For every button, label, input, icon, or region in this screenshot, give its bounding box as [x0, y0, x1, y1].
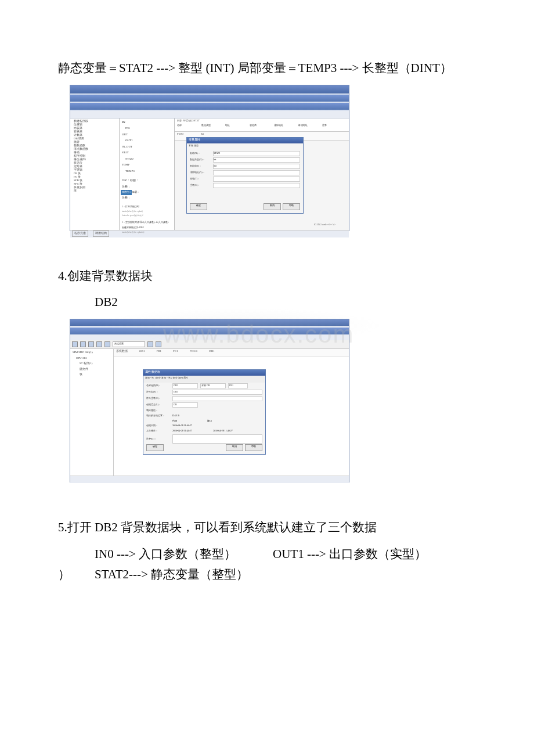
project-tree[interactable]: SIMATIC 300(1) CPU 313 S7 程序(1) 源文件 块: [70, 349, 114, 476]
variable-properties-dialog: 变量属性 常规 信息 名称(N)：STAT2 数据类型(D)：Int 初始值(I…: [186, 137, 304, 214]
window-titlebar: [70, 85, 349, 93]
excl-field[interactable]: [213, 170, 300, 175]
dialog-tabs[interactable]: 常规 - 第 1 部分 常规 - 第 2 部分 调用 属性: [143, 376, 265, 383]
dialog-title: 属性 数据块: [143, 370, 265, 376]
name-field[interactable]: DB2: [172, 383, 198, 388]
tab-callstruct[interactable]: 调用结构: [93, 231, 109, 237]
filter-icon[interactable]: [147, 341, 153, 347]
dbtype-field[interactable]: 背景 DB: [200, 383, 226, 388]
code-fragment: 67.JPG border=0></a>: [314, 223, 335, 227]
filter-dropdown[interactable]: 无过滤器: [113, 341, 145, 347]
block-icons[interactable]: 系统数据 OB1 FB1 FC1 FC100 DB1: [114, 349, 349, 357]
block-fc1[interactable]: FC1: [173, 349, 178, 356]
block-ob1[interactable]: OB1: [139, 349, 145, 356]
help-button[interactable]: 帮助: [245, 444, 262, 451]
tab-elements[interactable]: 程序元素: [72, 231, 88, 237]
cut-icon[interactable]: [88, 341, 94, 347]
block-db1[interactable]: DB1: [209, 349, 214, 356]
cancel-button[interactable]: 取消: [264, 203, 281, 210]
status-bar: [70, 476, 349, 483]
interface-tree[interactable]: IN IN0 OUT OUT1 IN_OUT STAT STAT2 TEMP T…: [120, 118, 175, 230]
heading-4: 4.创建背景数据块: [58, 266, 476, 287]
symcom-field[interactable]: [172, 396, 262, 401]
element-tree[interactable]: 新建程序段 位逻辑 比较器 转换器 计数器 DB 调用 跳转 整数函数 浮点数函…: [70, 118, 120, 230]
open-icon[interactable]: [80, 341, 86, 347]
dialog-title: 变量属性: [187, 138, 303, 143]
db2-label: DB2: [58, 292, 476, 313]
window-titlebar: [70, 319, 349, 326]
ok-button[interactable]: 确定: [190, 203, 207, 210]
screenshot-simatic-manager: www.bdocx.com 无过滤器 SIMATIC 300(1) CPU 31…: [70, 319, 349, 483]
paragraph-5b: IN0 ---> 入口参数（整型）OUT1 ---> 出口参数（实型） ）STA…: [58, 544, 476, 585]
copy-icon[interactable]: [96, 341, 102, 347]
window-titlebar-3: [70, 103, 349, 110]
heading-5: 5.打开 DB2 背景数据块，可以看到系统默认建立了三个数据: [58, 517, 476, 538]
block-sysdata[interactable]: 系统数据: [116, 349, 128, 356]
block-fc100[interactable]: FC100: [190, 349, 198, 356]
paragraph-1: 静态变量＝STAT2 ---> 整型 (INT) 局部变量＝TEMP3 --->…: [58, 58, 476, 79]
toolbar[interactable]: 无过滤器: [70, 340, 349, 349]
initval-field[interactable]: 0.0: [213, 164, 300, 169]
var-table-header: 名称 数据类型 地址 初始值 排除地址 终端地址 注释: [175, 123, 349, 132]
comment-field[interactable]: [213, 183, 300, 188]
screenshot-lad-editor: 新建程序段 位逻辑 比较器 转换器 计数器 DB 调用 跳转 整数函数 浮点数函…: [70, 85, 349, 231]
fbref-field[interactable]: FB1: [228, 383, 248, 388]
datatype-field[interactable]: Int: [213, 157, 300, 163]
term-field[interactable]: [213, 177, 300, 182]
window-titlebar-2: [70, 327, 349, 334]
lang-field[interactable]: DB: [172, 402, 198, 408]
menu-bar[interactable]: [70, 334, 349, 340]
window-titlebar-2: [70, 95, 349, 102]
paste-icon[interactable]: [104, 341, 110, 347]
help-icon[interactable]: [156, 341, 161, 347]
dialog-tabs[interactable]: 常规 信息: [187, 143, 303, 150]
ok-button[interactable]: 确定: [146, 444, 164, 451]
name-field[interactable]: STAT2: [213, 151, 300, 156]
toolbar: [70, 111, 349, 118]
help-button[interactable]: 帮助: [283, 203, 300, 210]
symname-field[interactable]: DB2: [172, 390, 262, 395]
interface-path: 内容: '环境\接口\STAT': [175, 118, 349, 124]
new-icon[interactable]: [72, 341, 78, 347]
db-properties-dialog: 属性 数据块 常规 - 第 1 部分 常规 - 第 2 部分 调用 属性 名称短…: [143, 369, 266, 455]
block-fb1[interactable]: FB1: [156, 349, 161, 356]
cancel-button[interactable]: 取消: [226, 444, 243, 451]
